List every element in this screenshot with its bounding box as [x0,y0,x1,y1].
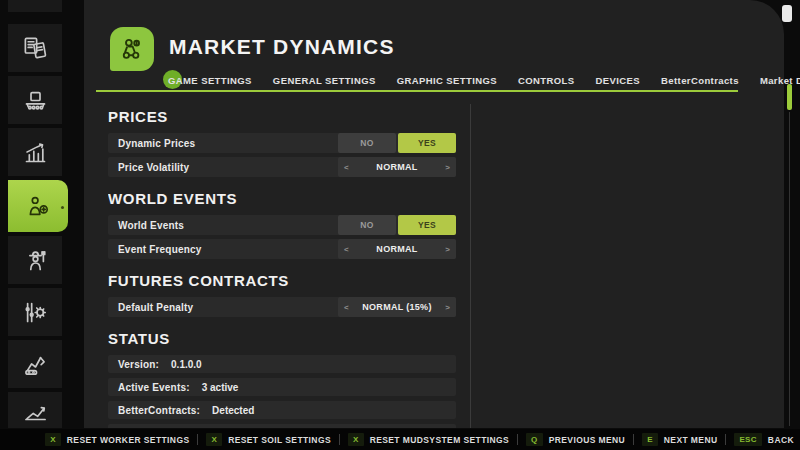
toggle-option-yes[interactable]: YES [398,215,456,235]
setting-label: Active Events: [118,382,202,393]
keybind-reset-soil-settings[interactable]: XRESET SOIL SETTINGS [206,433,331,446]
selector-event-frequency[interactable]: <NORMAL> [338,239,456,259]
tab-game-settings[interactable]: GAME SETTINGS [168,75,252,86]
keybind-label: BACK [768,435,794,445]
sidebar-item-equipment-settings[interactable] [8,288,62,336]
sidebar-item-finances[interactable] [8,0,62,12]
section-title-status: STATUS [108,330,456,347]
production-icon [22,87,49,114]
arrow-right-icon[interactable]: > [445,245,450,254]
tab-market-dynamics[interactable]: Market Dynamics [760,75,800,86]
tab-bettercontracts[interactable]: BetterContracts [661,75,739,86]
status-value: Detected [212,405,254,416]
key-badge: X [348,433,364,446]
equipment-settings-icon [22,299,49,326]
tab-devices[interactable]: DEVICES [596,75,641,86]
keybind-next-menu[interactable]: ENEXT MENU [642,433,717,446]
arrow-right-icon[interactable]: > [445,303,450,312]
content-divider [470,104,471,428]
selector-default-penalty[interactable]: <NORMAL (15%)> [338,297,456,317]
sidebar [8,0,68,428]
status-value: Detected [181,428,223,429]
keybind-reset-mudsystem-settings[interactable]: XRESET MUDSYSTEM SETTINGS [348,433,509,446]
setting-row-world-events: World EventsNOYES [108,215,456,235]
tab-controls[interactable]: CONTROLS [518,75,575,86]
toggle-dynamic-prices[interactable]: NOYES [338,133,456,153]
setting-row-bettercontracts: BetterContracts:Detected [108,401,456,419]
selector-value: NORMAL (15%) [362,302,431,312]
arrow-right-icon[interactable]: > [445,163,450,172]
toggle-option-no[interactable]: NO [338,133,396,153]
keybind-bar: XRESET WORKER SETTINGSXRESET SOIL SETTIN… [0,429,800,450]
setting-label: BetterContracts: [118,405,212,416]
keybind-divider [633,434,634,445]
keybind-divider [339,434,340,445]
setting-label: Default Penalty [118,302,338,313]
tab-label: GAME SETTINGS [168,75,252,86]
section-title-futures-contracts: FUTURES CONTRACTS [108,272,456,289]
setting-row-price-volatility: Price Volatility<NORMAL> [108,157,456,177]
section-title-prices: PRICES [108,108,456,125]
toggle-world-events[interactable]: NOYES [338,215,456,235]
setting-row-default-penalty: Default Penalty<NORMAL (15%)> [108,297,456,317]
scrollbar-thumb[interactable] [787,84,792,110]
keybind-label: RESET MUDSYSTEM SETTINGS [370,435,509,445]
arrow-left-icon[interactable]: < [344,245,349,254]
setting-row-usedplus: UsedPlus:Detected [108,424,456,428]
contracts-icon [22,35,49,62]
key-badge: E [642,433,658,446]
setting-label: UsedPlus: [118,428,181,429]
selector-price-volatility[interactable]: <NORMAL> [338,157,456,177]
excavator-icon [22,351,49,378]
setting-label: Event Frequency [118,244,338,255]
terrain-icon [22,397,49,424]
tab-bar: GAME SETTINGSGENERAL SETTINGSGRAPHIC SET… [168,70,800,90]
keybind-previous-menu[interactable]: QPREVIOUS MENU [526,433,625,446]
sidebar-item-statistics[interactable] [8,128,62,176]
setting-label: Price Volatility [118,162,338,173]
tab-label: DEVICES [596,75,641,86]
sidebar-item-terrain[interactable] [8,392,62,428]
sidebar-item-market-dynamics[interactable] [8,180,68,232]
tab-underline [96,90,738,92]
tab-label: Market Dynamics [760,75,800,86]
keybind-back[interactable]: ESCBACK [734,433,794,446]
setting-label: Dynamic Prices [118,138,338,149]
selector-value: NORMAL [376,162,417,172]
setting-label: Version: [118,359,171,370]
setting-row-active-events: Active Events:3 active [108,378,456,396]
sidebar-item-excavator[interactable] [8,340,62,388]
toggle-option-yes[interactable]: YES [398,133,456,153]
keybind-divider [517,434,518,445]
keybind-divider [197,434,198,445]
toggle-option-no[interactable]: NO [338,215,396,235]
setting-row-version: Version:0.1.0.0 [108,355,456,373]
keybind-label: RESET WORKER SETTINGS [67,435,190,445]
finances-icon [22,0,49,4]
tab-label: BetterContracts [661,75,739,86]
setting-row-dynamic-prices: Dynamic PricesNOYES [108,133,456,153]
setting-label: World Events [118,220,338,231]
keybind-reset-worker-settings[interactable]: XRESET WORKER SETTINGS [45,433,189,446]
tab-label: GRAPHIC SETTINGS [397,75,497,86]
keybind-label: NEXT MENU [664,435,718,445]
page-title: MARKET DYNAMICS [169,35,395,59]
key-badge: X [206,433,222,446]
keybind-label: RESET SOIL SETTINGS [228,435,331,445]
sidebar-item-contracts[interactable] [8,24,62,72]
key-badge: X [45,433,61,446]
sidebar-item-production[interactable] [8,76,62,124]
statistics-icon [22,139,49,166]
arrow-left-icon[interactable]: < [344,163,349,172]
farmer-icon [22,247,49,274]
mouse-indicator-icon [782,5,792,22]
section-title-world-events: WORLD EVENTS [108,190,456,207]
tab-general-settings[interactable]: GENERAL SETTINGS [273,75,376,86]
arrow-left-icon[interactable]: < [344,303,349,312]
keybind-divider [725,434,726,445]
tab-graphic-settings[interactable]: GRAPHIC SETTINGS [397,75,497,86]
sidebar-item-farmer[interactable] [8,236,62,284]
key-badge: ESC [734,433,761,446]
market-dynamics-app-icon [110,27,154,71]
tab-label: CONTROLS [518,75,575,86]
